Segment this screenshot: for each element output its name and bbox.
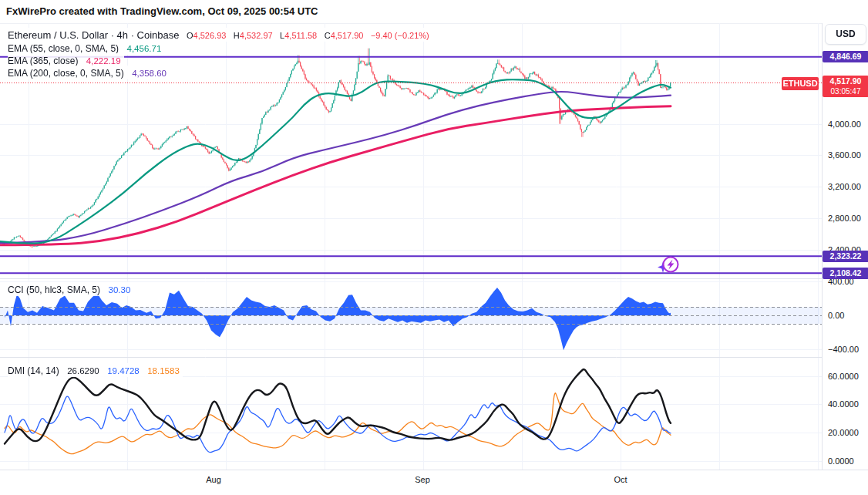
cci-value: 30.30 [109, 285, 131, 295]
ray-price-tag: 4,846.69 [823, 51, 868, 62]
dmi-tick-label: 40.0000 [828, 399, 859, 409]
price-tick-label: 4,000.00 [828, 120, 861, 129]
cci-tick-label: −400.00 [828, 345, 859, 354]
price-tick-label: 3,600.00 [828, 150, 861, 160]
symbol-legend[interactable]: Ethereum / U.S. Dollar · 4h · Coinbase O… [8, 28, 432, 42]
ohlc-high-value: 4,532.97 [240, 31, 273, 40]
time-axis[interactable]: AugSepOct [0, 470, 868, 495]
price-chart-canvas[interactable] [0, 23, 822, 470]
ema200-legend[interactable]: EMA (200, close, 0, SMA, 5) 4,358.60 [8, 66, 170, 79]
dmi-adx-value: 26.6290 [67, 366, 99, 375]
ema200-value: 4,358.60 [132, 69, 167, 78]
ray-price-tag: 2,323.22 [823, 251, 868, 262]
dmi-legend[interactable]: DMI (14, 14) 26.6290 19.4728 18.1583 [8, 363, 183, 377]
dmi-plus-di-value: 19.4728 [107, 366, 140, 375]
ohlc-close-value: 4,517.90 [331, 31, 364, 40]
watermark-text: FxWirePro created with TradingView.com, … [6, 5, 318, 17]
price-axis[interactable]: 4,000.003,600.003,200.002,800.002,400.00… [822, 23, 868, 470]
divider [0, 470, 868, 470]
ohlc-close-key: C [325, 31, 331, 40]
last-price-tag: 4,517.9003:05:47 [823, 76, 868, 97]
ema55-label: EMA (55, close, 0, SMA, 5) [8, 43, 119, 54]
cci-tick-label: 0.00 [828, 311, 844, 320]
ema55-value: 4,456.71 [127, 44, 162, 53]
ohlc-low-value: 4,511.58 [284, 31, 317, 40]
ohlc-high-key: H [234, 31, 240, 40]
dmi-tick-label: 20.0000 [828, 428, 859, 437]
ohlc-open-value: 4,526.93 [193, 31, 227, 40]
dmi-tick-label: 60.0000 [828, 372, 859, 381]
bar-countdown: 03:05:47 [823, 86, 868, 96]
ema200-label: EMA (200, close, 0, SMA, 5) [8, 68, 124, 79]
time-tick-label: Aug [206, 475, 221, 484]
dmi-tick-label: 0.0000 [828, 456, 854, 466]
ema365-label: EMA (365, close) [8, 56, 78, 66]
ohlc-open-key: O [187, 31, 193, 40]
change-value: −9.40 (−0.21%) [371, 31, 429, 40]
price-tick-label: 2,800.00 [828, 214, 861, 223]
currency-toggle-button[interactable]: USD [825, 24, 866, 45]
price-tick-label: 3,200.00 [828, 182, 861, 191]
lightning-ray-icon[interactable] [651, 253, 682, 278]
cci-label: CCI (50, hlc3, SMA, 5) [8, 285, 100, 295]
last-price: 4,517.90 [823, 76, 868, 86]
watermark-bar: FxWirePro created with TradingView.com, … [0, 0, 868, 23]
ray-price-tag: 2,108.42 [823, 268, 868, 279]
cci-legend[interactable]: CCI (50, hlc3, SMA, 5) 30.30 [8, 282, 133, 296]
time-tick-label: Oct [614, 475, 627, 484]
symbol-price-tag: ETHUSD [782, 77, 819, 90]
ema365-value: 4,222.19 [86, 56, 121, 66]
symbol-title: Ethereum / U.S. Dollar · 4h · Coinbase [8, 29, 180, 41]
time-tick-label: Sep [415, 475, 430, 484]
dmi-label: DMI (14, 14) [8, 365, 59, 376]
dmi-minus-di-value: 18.1583 [147, 366, 180, 375]
